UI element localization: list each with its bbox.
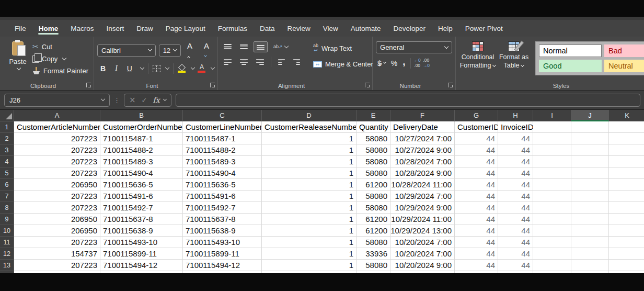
cell-C12[interactable]: 7100115899-11 [183, 248, 262, 260]
column-header-K[interactable]: K [609, 110, 644, 121]
clipboard-dialog-launcher[interactable] [86, 83, 91, 87]
menu-tab-developer[interactable]: Developer [387, 21, 432, 36]
cell-F[interactable] [390, 283, 455, 291]
cell-D14[interactable]: 1 [262, 271, 356, 283]
cell-H[interactable] [498, 283, 533, 291]
cell-E1[interactable]: Quantity [356, 121, 390, 133]
row-header-3[interactable]: 3 [0, 144, 14, 156]
underline-button[interactable]: U [124, 64, 135, 73]
cell-C4[interactable]: 7100115489-3 [183, 156, 262, 167]
cell-I[interactable] [533, 283, 571, 291]
cell-F12[interactable]: 10/20/2024 7:00 [390, 248, 455, 260]
row-header-2[interactable]: 2 [0, 133, 14, 144]
row-header-11[interactable]: 11 [0, 237, 14, 248]
cell-I2[interactable] [533, 133, 571, 144]
cell-D13[interactable]: 1 [262, 260, 356, 271]
cell-I3[interactable] [533, 144, 571, 156]
cell-E5[interactable]: 58080 [356, 167, 390, 179]
bottom-align-button[interactable] [254, 41, 268, 52]
cell-D10[interactable]: 1 [262, 225, 356, 237]
row-header-8[interactable]: 8 [0, 202, 14, 214]
cell-B3[interactable]: 7100115488-2 [100, 144, 183, 156]
cell-A9[interactable]: 206950 [14, 214, 100, 225]
cell-G6[interactable]: 44 [455, 179, 498, 191]
cell-D6[interactable]: 1 [262, 179, 356, 191]
cell-D7[interactable]: 1 [262, 191, 356, 202]
cell-D[interactable] [262, 283, 356, 291]
cell-I6[interactable] [533, 179, 571, 191]
row-header-12[interactable]: 12 [0, 248, 14, 260]
menu-tab-macros[interactable]: Macros [64, 21, 100, 36]
cell-K1[interactable] [609, 121, 644, 133]
cell-C1[interactable]: CustomerLineNumber [183, 121, 262, 133]
cell-K4[interactable] [609, 156, 644, 167]
cell-D2[interactable]: 1 [262, 133, 356, 144]
paste-button[interactable]: Paste [7, 41, 28, 71]
cell-K8[interactable] [609, 202, 644, 214]
cell-H3[interactable]: 44 [498, 144, 533, 156]
column-header-D[interactable]: D [262, 110, 356, 121]
cell-E11[interactable]: 58080 [356, 237, 390, 248]
column-header-J[interactable]: J [571, 110, 609, 121]
cell-J7[interactable] [571, 191, 609, 202]
cell-K3[interactable] [609, 144, 644, 156]
cell-K6[interactable] [609, 179, 644, 191]
cell-J3[interactable] [571, 144, 609, 156]
cell-I5[interactable] [533, 167, 571, 179]
row-header-[interactable] [0, 283, 14, 291]
cell-J4[interactable] [571, 156, 609, 167]
menu-tab-data[interactable]: Data [254, 21, 281, 36]
formula-input[interactable] [176, 94, 640, 107]
underline-dropdown-chevron-icon[interactable] [140, 65, 144, 70]
cell-J6[interactable] [571, 179, 609, 191]
row-header-10[interactable]: 10 [0, 225, 14, 237]
cell-A4[interactable]: 207223 [14, 156, 100, 167]
cell-F11[interactable]: 10/20/2024 7:00 [390, 237, 455, 248]
cell-H14[interactable]: 44 [498, 271, 533, 283]
align-center-button[interactable] [237, 57, 250, 67]
cell-G2[interactable]: 44 [455, 133, 498, 144]
percent-style-button[interactable]: % [389, 59, 399, 68]
cell-J9[interactable] [571, 214, 609, 225]
cell-A[interactable] [14, 283, 100, 291]
number-format-select[interactable]: General [376, 41, 452, 53]
conditional-formatting-button[interactable]: Conditional Formatting [459, 41, 497, 70]
cell-F2[interactable]: 10/27/2024 7:00 [390, 133, 455, 144]
row-header-13[interactable]: 13 [0, 260, 14, 271]
cell-G11[interactable]: 44 [455, 237, 498, 248]
cell-E13[interactable]: 58080 [356, 260, 390, 271]
cell-C11[interactable]: 7100115493-10 [183, 237, 262, 248]
title-dropdown-button[interactable] [321, 7, 326, 16]
menu-tab-insert[interactable]: Insert [100, 21, 131, 36]
cell-J1[interactable] [571, 121, 609, 133]
cell-F5[interactable]: 10/28/2024 9:00 [390, 167, 455, 179]
cell-style-bad[interactable]: Bad [604, 44, 644, 57]
select-all-corner[interactable] [0, 110, 14, 121]
cell-K11[interactable] [609, 237, 644, 248]
comma-style-button[interactable]: , [401, 59, 407, 64]
fill-color-dropdown-chevron-icon[interactable] [191, 65, 195, 70]
cell-D3[interactable]: 1 [262, 144, 356, 156]
middle-align-button[interactable] [237, 42, 250, 52]
cell-E14[interactable]: 33936 [356, 271, 390, 283]
cell-G14[interactable]: 44 [455, 271, 498, 283]
cell-K14[interactable] [609, 271, 644, 283]
format-as-table-button[interactable]: Format as Table [497, 41, 531, 70]
format-painter-button[interactable]: Format Painter [30, 66, 90, 76]
cell-A8[interactable]: 207223 [14, 202, 100, 214]
cell-B[interactable] [100, 283, 183, 291]
menu-tab-review[interactable]: Review [281, 21, 316, 36]
cell-F7[interactable]: 10/29/2024 7:00 [390, 191, 455, 202]
cell-B6[interactable]: 7100115636-5 [100, 179, 183, 191]
cell-F4[interactable]: 10/28/2024 7:00 [390, 156, 455, 167]
cell-A3[interactable]: 207223 [14, 144, 100, 156]
orientation-button[interactable]: ab↗ [271, 43, 291, 51]
cell-A12[interactable]: 154737 [14, 248, 100, 260]
cell-E7[interactable]: 58080 [356, 191, 390, 202]
column-header-G[interactable]: G [455, 110, 498, 121]
cell-H7[interactable]: 44 [498, 191, 533, 202]
cell-I14[interactable] [533, 271, 571, 283]
cell-J10[interactable] [571, 225, 609, 237]
cell-A10[interactable]: 206950 [14, 225, 100, 237]
italic-button[interactable]: I [112, 64, 121, 73]
